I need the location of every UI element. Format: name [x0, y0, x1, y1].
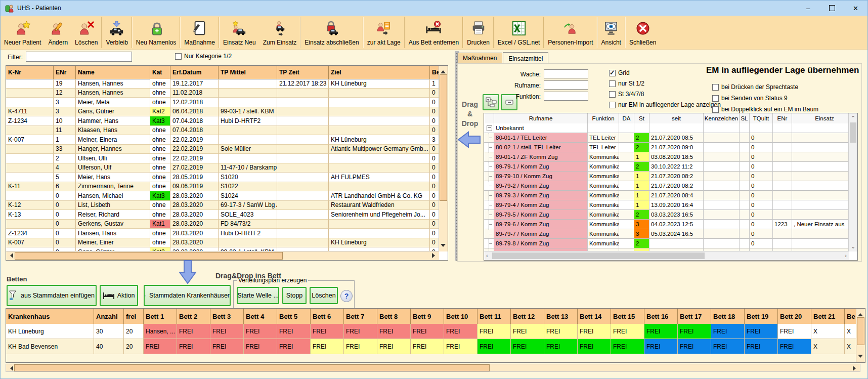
patient-row[interactable]: 0Hansen, MichaelKat328.03.2020S1024ATR L… — [6, 191, 439, 201]
cell-bett-12[interactable]: FREI — [511, 324, 544, 339]
scroll-up-icon[interactable] — [858, 311, 863, 316]
aus-stammdaten-button[interactable]: aus Stammdaten einfügen — [7, 285, 97, 306]
status9-checkbox[interactable] — [712, 95, 719, 102]
column-header-einsatz[interactable]: Einsatz — [792, 113, 857, 123]
patient-row[interactable]: K-120List, Lisbethohne28.03.202069-17-3 … — [6, 201, 439, 210]
patient-vertical-scrollbar[interactable] — [439, 66, 448, 251]
column-header-bett-4[interactable]: Bett 4 — [244, 309, 277, 324]
em-vscroll-thumb[interactable] — [850, 122, 856, 143]
column-header-name[interactable]: Name — [76, 66, 150, 79]
scroll-right-icon[interactable]: › — [845, 253, 847, 259]
em-row[interactable]: 80-01-1 / TEL LeiterTEL Leiter221.07.202… — [484, 133, 849, 143]
toolbar-button-personen-import[interactable]: Personen-Import — [544, 16, 596, 49]
toolbar-button-ndern[interactable]: Ändern — [45, 16, 71, 49]
toolbar-button-einsatz-neu[interactable]: Einsatz Neu — [220, 16, 259, 49]
cell-bett-1[interactable]: Hansen, ... — [144, 324, 177, 339]
hospital-vscroll-thumb[interactable] — [857, 317, 864, 345]
st3478-checkbox[interactable] — [609, 91, 616, 98]
column-header-tp-zeit[interactable]: TP Zeit — [277, 66, 329, 79]
scroll-up-icon[interactable] — [441, 68, 446, 73]
cell-bett-13[interactable]: FREI — [544, 324, 578, 339]
patient-vscroll-thumb[interactable] — [440, 74, 447, 201]
patient-row[interactable]: K-0070Meiner, Einerohne28.03.2020KH Lüne… — [6, 238, 439, 248]
patient-row[interactable]: Z-123410Hammer, HansKat307.04.2018Hubi D… — [6, 116, 439, 126]
cell-bett-9[interactable]: FREI — [411, 339, 444, 354]
aktion-button[interactable]: Aktion — [100, 285, 138, 306]
cell-bett-17[interactable]: FREI — [678, 339, 711, 354]
cell-bett-21[interactable]: X — [811, 324, 845, 339]
toolbar-button-einsatz-abschlie-en[interactable]: Einsatz abschließen — [301, 16, 362, 49]
column-header-bett-7[interactable]: Bett 7 — [344, 309, 377, 324]
column-header-bett-10[interactable]: Bett 10 — [444, 309, 478, 324]
wache-input[interactable] — [544, 69, 588, 78]
loeschen-welle-button[interactable]: Löschen — [310, 287, 338, 304]
toolbar-button-neuer-patient[interactable]: Neuer Patient — [1, 16, 45, 49]
em-row[interactable]: 89-79-5 / Komm ZugKommunika203.03.2023 1… — [484, 210, 849, 220]
funktion-input[interactable] — [544, 92, 588, 101]
scroll-down-icon[interactable] — [441, 244, 446, 249]
bottom-horizontal-scrollbar[interactable] — [6, 364, 860, 372]
cell-bett-8[interactable]: FREI — [377, 324, 411, 339]
column-header-bett-19[interactable]: Bett 19 — [745, 309, 778, 324]
column-header-bett-3[interactable]: Bett 3 — [210, 309, 244, 324]
em-row[interactable]: 89-01-1 / ZF Komm ZugKommunika103.08.202… — [484, 152, 849, 162]
nur-st12-checkbox[interactable] — [609, 80, 616, 87]
toolbar-button-l-schen[interactable]: Löschen — [71, 16, 101, 49]
tree-expand-button[interactable] — [483, 94, 499, 110]
toolbar-button-schlie-en[interactable]: Schließen — [626, 16, 660, 49]
stammdaten-krankenhaeuser-button[interactable]: Stammdaten Krankenhäuser — [144, 285, 231, 306]
em-row[interactable]: 89-79-10 / Komm ZugKommunika121.07.2020 … — [484, 172, 849, 181]
column-header-sl[interactable]: SL — [740, 113, 750, 123]
patient-row[interactable]: 2Ulfsen, Ulliohne22.02.20190 — [6, 154, 439, 163]
patient-row[interactable]: 19Hansen, Hannesohne19.12.201721.12.2017… — [6, 79, 439, 89]
column-header-bett-20[interactable]: Bett 20 — [778, 309, 811, 324]
maximize-button[interactable] — [820, 1, 844, 16]
only-category-checkbox[interactable] — [175, 53, 182, 60]
column-header-bett-18[interactable]: Bett 18 — [711, 309, 745, 324]
tab-einsatzmittel[interactable]: Einsatzmittel — [503, 52, 548, 64]
cell-bett-16[interactable]: FREI — [644, 339, 678, 354]
column-header-bett-13[interactable]: Bett 13 — [544, 309, 578, 324]
column-header-bett-6[interactable]: Bett 6 — [311, 309, 344, 324]
em-row[interactable]: 89-79-2 / Komm ZugKommunika121.07.2020 0… — [484, 181, 849, 191]
scroll-left-icon[interactable] — [8, 253, 13, 258]
patient-row[interactable]: K-130Reiser, Richardohne28.03.2020SOLE_4… — [6, 210, 439, 220]
patient-row[interactable]: 0Gerkens, GustavKat128.03.2020FD 84/73/2… — [6, 220, 439, 229]
patient-row[interactable]: 12Hansen, Hannesohne11.02.20180 — [6, 89, 439, 98]
toolbar-button-neu-namenlos[interactable]: Neu Namenlos — [133, 16, 180, 49]
toolbar-button-drucken[interactable]: Drucken — [463, 16, 493, 49]
column-header-kat[interactable]: Kat — [150, 66, 170, 79]
cell-bett-5[interactable]: FREI — [277, 339, 311, 354]
starte-welle-button[interactable]: Starte Welle ... — [237, 287, 279, 304]
filter-input[interactable] — [26, 52, 132, 62]
cell-bett-5[interactable]: FREI — [277, 324, 311, 339]
column-header-ziel[interactable]: Ziel — [329, 66, 430, 79]
cell-bett-8[interactable]: FREI — [377, 339, 411, 354]
toolbar-button-ansicht[interactable]: Ansicht — [598, 16, 625, 49]
patient-row[interactable]: K-47113Gans, GütnerKat206.04.201899-03-1… — [6, 107, 439, 117]
toolbar-button-aus-bett-entfernen[interactable]: Aus Bett entfernen — [405, 16, 462, 49]
column-header-bett-5[interactable]: Bett 5 — [277, 309, 311, 324]
em-row[interactable]: 89-79-8 / Komm ZugKommunika20 — [484, 239, 849, 248]
column-header-tp-mittel[interactable]: TP Mittel — [219, 66, 277, 79]
cell-bett-20[interactable]: FREI — [778, 324, 811, 339]
scroll-up-icon[interactable]: ⌃ — [851, 115, 855, 121]
toolbar-button-zur-akt-lage[interactable]: zur akt Lage — [364, 16, 404, 49]
column-header-st[interactable]: St — [634, 113, 649, 123]
cell-bett-11[interactable]: FREI — [478, 339, 511, 354]
column-header-kennzeichen[interactable]: Kennzeichen — [704, 113, 740, 123]
cell-bett-19[interactable]: FREI — [745, 339, 778, 354]
cell-bett-10[interactable]: FREI — [444, 339, 478, 354]
cell-bett-17[interactable]: FREI — [678, 324, 711, 339]
tree-cell[interactable] — [484, 123, 494, 133]
em-vertical-scrollbar[interactable]: ⌃ ⌄ — [848, 113, 857, 251]
cell-bett-6[interactable]: FREI — [311, 324, 344, 339]
cell-bett-3[interactable]: FREI — [210, 339, 244, 354]
patient-horizontal-scrollbar[interactable] — [6, 251, 439, 260]
column-header-enr[interactable]: ENr — [54, 66, 76, 79]
cell-bett-2[interactable]: FREI — [177, 324, 210, 339]
patient-row[interactable]: 33Hanger, Hannesohne22.02.2019Sole Mülle… — [6, 145, 439, 154]
column-header-bett-8[interactable]: Bett 8 — [377, 309, 411, 324]
cell-bett-10[interactable]: FREI — [444, 324, 478, 339]
column-header-bett-14[interactable]: Bett 14 — [578, 309, 611, 324]
